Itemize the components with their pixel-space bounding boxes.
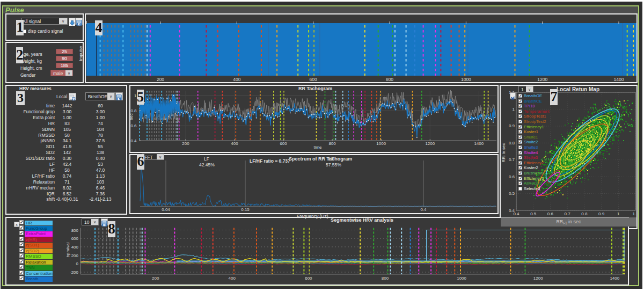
svg-text:0.9: 0.9 [598, 211, 605, 216]
svg-text:1000: 1000 [461, 77, 471, 82]
svg-text:0.4: 0.4 [420, 207, 427, 212]
svg-text:600: 600 [71, 236, 79, 241]
svg-text:600: 600 [305, 276, 312, 281]
svg-text:0.8: 0.8 [130, 108, 137, 113]
svg-text:0.15: 0.15 [241, 207, 250, 212]
svg-text:0.6: 0.6 [130, 123, 137, 128]
svg-text:1: 1 [617, 211, 620, 216]
svg-text:1.1: 1.1 [632, 211, 637, 216]
svg-text:800: 800 [328, 141, 336, 146]
svg-text:0.9: 0.9 [509, 123, 515, 128]
svg-text:1200: 1200 [533, 276, 543, 281]
svg-text:200: 200 [71, 253, 79, 258]
svg-text:0.5: 0.5 [530, 211, 537, 216]
svg-text:800: 800 [386, 77, 393, 82]
svg-text:1: 1 [513, 107, 515, 112]
svg-text:1400: 1400 [614, 77, 624, 82]
svg-text:400: 400 [71, 245, 79, 250]
svg-text:0.6: 0.6 [547, 211, 554, 216]
svg-text:0.7: 0.7 [509, 157, 515, 162]
svg-text:1400: 1400 [610, 276, 619, 281]
svg-text:800: 800 [71, 228, 79, 233]
svg-text:0.8: 0.8 [581, 211, 588, 216]
svg-text:0.04: 0.04 [162, 207, 170, 212]
svg-text:800: 800 [382, 276, 389, 281]
svg-text:0.4: 0.4 [130, 138, 137, 143]
svg-text:400: 400 [233, 77, 240, 82]
svg-text:1200: 1200 [537, 77, 547, 82]
svg-text:0.5: 0.5 [509, 191, 515, 196]
svg-text:time: time [313, 145, 322, 150]
svg-text:1400: 1400 [474, 141, 484, 146]
svg-text:1000: 1000 [457, 276, 466, 281]
svg-text:400: 400 [231, 141, 238, 146]
svg-text:0.6: 0.6 [509, 174, 515, 179]
svg-text:200: 200 [152, 276, 159, 281]
svg-text:1000: 1000 [376, 141, 386, 146]
svg-text:1200: 1200 [425, 141, 435, 146]
svg-text:600: 600 [310, 77, 317, 82]
svg-text:200: 200 [157, 77, 164, 82]
svg-text:200: 200 [182, 141, 189, 146]
svg-text:0.4: 0.4 [513, 211, 519, 216]
svg-text:0.7: 0.7 [565, 211, 571, 216]
svg-text:600: 600 [280, 141, 287, 146]
svg-text:0.8: 0.8 [509, 141, 515, 145]
svg-text:0: 0 [76, 261, 79, 266]
svg-text:400: 400 [229, 276, 236, 281]
svg-text:-200: -200 [70, 270, 79, 275]
